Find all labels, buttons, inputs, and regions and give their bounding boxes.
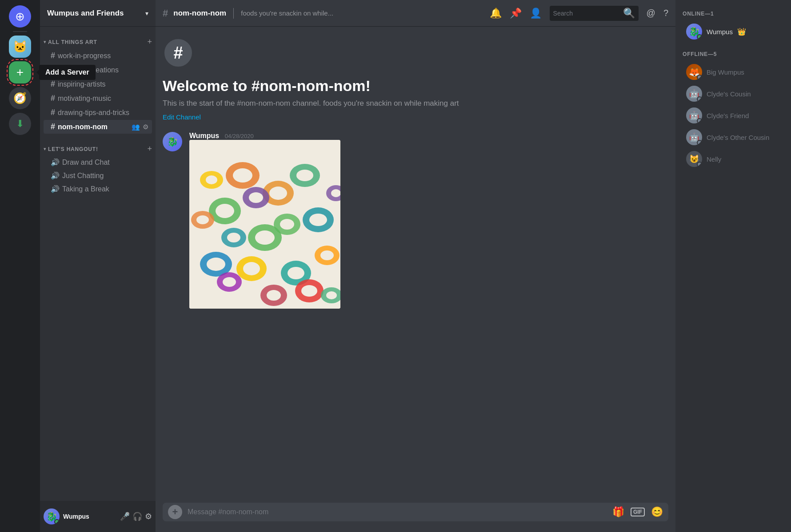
- mute-icon[interactable]: 🎤: [120, 512, 130, 521]
- svg-point-30: [196, 215, 209, 224]
- main-content: # nom-nom-nom foods you're snackin on wh…: [156, 0, 675, 532]
- hash-icon: #: [51, 65, 55, 75]
- channel-item-just-chatting[interactable]: 🔊 Just Chatting: [44, 169, 152, 182]
- online-dot: [697, 34, 702, 40]
- settings-icon[interactable]: ⚙: [143, 123, 148, 131]
- user-actions: 🎤 🎧 ⚙: [120, 512, 152, 521]
- channel-name: inspiring-artists: [58, 80, 148, 88]
- category-add-icon[interactable]: +: [147, 37, 152, 47]
- category-name-hangout: LET'S HANGOUT!: [48, 146, 145, 152]
- message-author: Wumpus: [189, 132, 219, 139]
- server-header[interactable]: Wumpus and Friends ▾: [40, 0, 156, 27]
- member-avatar-clydes-friend: 🤖: [686, 107, 702, 123]
- server-chevron-icon: ▾: [145, 10, 148, 17]
- channel-header-hash-icon: #: [163, 8, 168, 19]
- channel-header: # nom-nom-nom foods you're snackin on wh…: [156, 0, 675, 27]
- svg-point-28: [320, 250, 334, 260]
- at-icon[interactable]: @: [647, 8, 655, 18]
- channel-item-inspiring-artists[interactable]: # inspiring-artists: [44, 77, 152, 91]
- svg-point-34: [331, 189, 340, 197]
- member-name-clydes-cousin: Clyde's Cousin: [707, 90, 751, 98]
- member-badge-wumpus: 👑: [737, 28, 746, 36]
- category-add-icon[interactable]: +: [147, 144, 152, 154]
- pin-icon[interactable]: 📌: [510, 8, 522, 19]
- add-member-icon[interactable]: 👥: [132, 123, 140, 131]
- member-avatar-clydes-cousin: 🤖: [686, 86, 702, 102]
- offline-dot: [697, 96, 702, 102]
- channel-name: Just Chatting: [62, 172, 148, 180]
- category-lets-hangout[interactable]: ▾ LET'S HANGOUT! +: [40, 137, 156, 155]
- notification-bell-icon[interactable]: 🔔: [490, 8, 502, 19]
- offline-dot: [697, 140, 702, 145]
- emoji-icon[interactable]: 😊: [651, 506, 663, 518]
- offline-section-label: OFFLINE—5: [675, 48, 791, 61]
- channels-list: ▾ ALL THINGS ART + # work-in-progress # …: [40, 27, 156, 501]
- member-avatar-big-wumpus: 🦊: [686, 64, 702, 80]
- members-icon[interactable]: 👤: [530, 8, 542, 19]
- help-icon[interactable]: ?: [663, 8, 668, 18]
- attach-file-button[interactable]: +: [168, 505, 182, 519]
- svg-point-6: [216, 204, 234, 218]
- member-item-clydes-friend[interactable]: 🤖 Clyde's Friend: [679, 105, 787, 126]
- channel-item-nom-nom-nom[interactable]: # nom-nom-nom 👥 ⚙: [44, 120, 152, 134]
- svg-point-14: [207, 258, 225, 271]
- member-item-wumpus[interactable]: 🐉 Wumpus 👑: [679, 21, 787, 42]
- channel-item-drawing-tips[interactable]: # drawing-tips-and-tricks: [44, 106, 152, 119]
- channel-item-work-in-progress[interactable]: # work-in-progress: [44, 49, 152, 63]
- user-area: 🐉 Wumpus 🎤 🎧 ⚙: [40, 501, 156, 532]
- member-item-nelly[interactable]: 😺 Nelly: [679, 148, 787, 170]
- message-avatar: 🐉: [163, 132, 182, 151]
- channel-item-post-your-creations[interactable]: # post-your-creations: [44, 63, 152, 77]
- member-item-clydes-other-cousin[interactable]: 🤖 Clyde's Other Cousin: [679, 127, 787, 148]
- gif-button[interactable]: GIF: [631, 508, 645, 516]
- deafen-icon[interactable]: 🎧: [132, 512, 142, 521]
- search-input[interactable]: [553, 10, 620, 17]
- svg-point-20: [223, 277, 236, 287]
- server-divider: [13, 31, 27, 32]
- channel-header-topic: foods you're snackin on while...: [241, 9, 484, 17]
- server-icon-download[interactable]: ⬇: [9, 113, 31, 135]
- user-name-area: Wumpus: [63, 513, 116, 520]
- add-server-button[interactable]: +: [9, 61, 31, 83]
- channel-name: post-your-creations: [58, 66, 148, 74]
- message-input-box: + 🎁 GIF 😊: [163, 503, 668, 521]
- members-sidebar: ONLINE—1 🐉 Wumpus 👑 OFFLINE—5 🦊 Big Wump…: [675, 0, 791, 532]
- hash-icon: #: [51, 94, 55, 103]
- chat-area: # Welcome to #nom-nom-nom! This is the s…: [156, 27, 675, 503]
- welcome-description: This is the start of the #nom-nom-nom ch…: [163, 99, 668, 108]
- online-status-dot: [54, 519, 60, 524]
- hash-icon: #: [51, 51, 55, 60]
- svg-point-38: [206, 175, 217, 184]
- channel-name: nom-nom-nom: [58, 123, 129, 131]
- search-box[interactable]: 🔍: [550, 6, 639, 21]
- hash-icon: #: [51, 79, 55, 89]
- message-timestamp: 04/28/2020: [225, 133, 254, 139]
- gift-icon[interactable]: 🎁: [612, 506, 624, 518]
- category-all-things-art[interactable]: ▾ ALL THINGS ART +: [40, 30, 156, 48]
- message-input-area: + 🎁 GIF 😊: [156, 503, 675, 532]
- member-avatar-nelly: 😺: [686, 151, 702, 167]
- svg-point-4: [269, 187, 287, 200]
- header-icons: 🔔 📌 👤 🔍 @ ?: [490, 6, 668, 21]
- server-icon-wumpus-friends[interactable]: 🐱: [9, 36, 31, 58]
- member-item-big-wumpus[interactable]: 🦊 Big Wumpus: [679, 61, 787, 83]
- message-image[interactable]: [189, 140, 340, 309]
- channel-item-motivating-music[interactable]: # motivating-music: [44, 91, 152, 105]
- server-icon-home[interactable]: ⊕: [9, 5, 31, 28]
- member-item-clydes-cousin[interactable]: 🤖 Clyde's Cousin: [679, 83, 787, 104]
- category-chevron-icon: ▾: [44, 39, 46, 45]
- channel-item-taking-a-break[interactable]: 🔊 Taking a Break: [44, 183, 152, 195]
- channel-item-draw-and-chat[interactable]: 🔊 Draw and Chat: [44, 156, 152, 169]
- user-settings-icon[interactable]: ⚙: [145, 512, 152, 521]
- svg-point-18: [249, 192, 263, 203]
- server-icon-explore[interactable]: 🧭: [9, 87, 31, 109]
- svg-point-26: [243, 262, 260, 275]
- edit-channel-link[interactable]: Edit Channel: [163, 113, 201, 121]
- message-input[interactable]: [188, 503, 607, 521]
- server-sidebar: ⊕ 🐱 + Add a Server 🧭 ⬇: [0, 0, 40, 532]
- channel-name: drawing-tips-and-tricks: [58, 109, 148, 117]
- svg-point-12: [309, 214, 327, 226]
- svg-point-24: [267, 290, 281, 301]
- member-name-big-wumpus: Big Wumpus: [707, 68, 744, 76]
- svg-point-16: [288, 267, 304, 279]
